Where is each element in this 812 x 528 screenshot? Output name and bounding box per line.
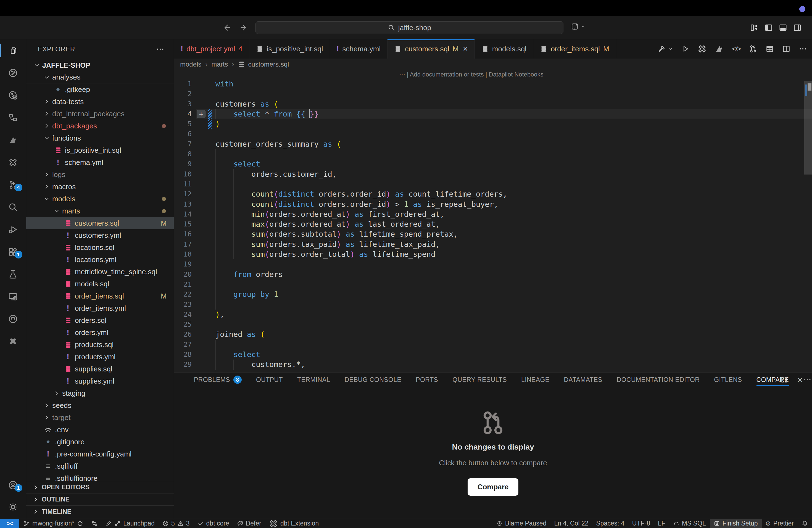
breadcrumb-folder[interactable]: marts [211,60,228,68]
code-line-22[interactable]: 22 group by 1 [174,289,812,299]
run-model-icon[interactable] [681,45,690,53]
code-line-14[interactable]: 14 min(orders.ordered_at) as first_order… [174,209,812,219]
tree-item-jaffle-shop[interactable]: JAFFLE-SHOP [26,59,174,71]
panel-tab-gitlens[interactable]: GITLENS [714,372,742,387]
activity-remote-explorer[interactable] [0,289,26,304]
back-icon[interactable] [222,24,231,32]
tree-item-is-positive-int-sql[interactable]: is_positive_int.sql [26,144,174,156]
code-line-7[interactable]: 7customer_orders_summary as ( [174,139,812,149]
compare-button[interactable]: Compare [468,478,519,496]
tab-dbt_project-yml[interactable]: !dbt_project.yml4 [174,39,249,59]
tree-item-target[interactable]: target [26,411,174,424]
code-line-5[interactable]: 5) [174,119,812,129]
status-encoding[interactable]: UTF-8 [628,519,654,528]
section-outline[interactable]: OUTLINE [26,494,174,505]
code-line-27[interactable]: 27 [174,340,812,350]
add-comment-button[interactable]: + [197,110,205,118]
sparkle-dropdown-button[interactable] [571,23,585,30]
tab-customers-sql[interactable]: customers.sqlM× [388,39,475,59]
code-line-20[interactable]: 20 from orders [174,269,812,279]
activity-lineage-alt[interactable] [0,88,26,102]
more-panel-tabs-icon[interactable] [803,376,811,384]
tree-item-customers-yml[interactable]: !customers.yml [26,229,174,241]
tree-item--sqlfluff[interactable]: ≡.sqlfluff [26,460,174,472]
tree-item-orders-sql[interactable]: orders.sql [26,314,174,326]
code-line-10[interactable]: 10 orders.customer_id, [174,169,812,179]
activity-settings[interactable] [0,500,26,514]
dbt-logo-icon[interactable] [715,44,724,53]
tree-item-models[interactable]: models [26,193,174,205]
status-defer[interactable]: Defer [233,519,265,528]
panel-tab-debug-console[interactable]: DEBUG CONSOLE [344,372,401,387]
tree-item-products-sql[interactable]: products.sql [26,339,174,351]
code-line-2[interactable]: 2 [174,89,812,99]
query-results-icon[interactable] [766,45,774,53]
close-panel-icon[interactable]: × [797,375,802,384]
tree-item-locations-yml[interactable]: !locations.yml [26,253,174,266]
inline-code-icon[interactable]: </> [732,45,741,53]
status-remote-indicator[interactable]: >< [0,519,19,528]
code-line-3[interactable]: 3customers as ( [174,99,812,109]
tree-item-metricflow-time-spine-sql[interactable]: metricflow_time_spine.sql [26,266,174,278]
toggle-sidebar-icon[interactable] [765,24,773,32]
activity-explorer[interactable] [0,43,26,58]
more-actions-icon[interactable] [799,45,807,53]
activity-accounts[interactable]: 1 [0,478,26,493]
status-git-branch[interactable]: mwong-fusion* [19,519,87,528]
chevron-down-icon[interactable] [668,46,673,52]
code-line-15[interactable]: 15 max(orders.ordered_at) as last_ordere… [174,219,812,229]
code-line-26[interactable]: 26joined as ( [174,329,812,339]
tree-item-logs[interactable]: logs [26,168,174,180]
tree-item-customers-sql[interactable]: customers.sqlM [26,217,174,229]
more-actions-icon[interactable] [156,45,164,53]
tree-item-seeds[interactable]: seeds [26,399,174,411]
tree-item-staging[interactable]: staging [26,387,174,399]
tree-item-locations-sql[interactable]: locations.sql [26,241,174,253]
activity-flowchart[interactable] [0,110,26,125]
activity-dbt[interactable] [0,133,26,147]
section-timeline[interactable]: TIMELINE [26,505,174,518]
activity-extensions[interactable]: 1 [0,245,26,259]
tree-item-order-items-yml[interactable]: !order_items.yml [26,302,174,314]
customize-layout-icon[interactable] [750,24,758,32]
code-line-11[interactable]: 11 [174,179,812,189]
toggle-panel-icon[interactable] [779,24,787,32]
code-line-19[interactable]: 19 [174,259,812,269]
code-line-8[interactable]: 8 [174,149,812,159]
panel-tab-ports[interactable]: PORTS [416,372,438,387]
status-language-mode[interactable]: MS SQL [669,519,710,528]
tree-item-marts[interactable]: marts [26,205,174,217]
breadcrumb[interactable]: models›marts›customers.sql [174,59,812,70]
activity-lineage[interactable] [0,65,26,80]
code-line-21[interactable]: 21 [174,279,812,289]
tree-item-dbt-internal-packages[interactable]: dbt_internal_packages [26,108,174,120]
tree-item--gitignore[interactable]: .gitignore [26,436,174,448]
forward-icon[interactable] [240,24,248,32]
code-line-29[interactable]: 29 customers.*, [174,360,812,369]
tree-item--env[interactable]: .env [26,424,174,436]
status-problems-summary[interactable]: 53 [159,519,193,528]
code-line-28[interactable]: 28 select [174,350,812,360]
panel-tab-documentation-editor[interactable]: DOCUMENTATION EDITOR [617,372,700,387]
code-editor[interactable]: ⋯ | Add documentation or tests | Datapil… [174,70,812,372]
activity-x-extension[interactable] [0,334,26,349]
section-open-editors[interactable]: OPEN EDITORS [26,481,174,494]
tree-item-data-tests[interactable]: data-tests [26,96,174,108]
tab-schema-yml[interactable]: !schema.yml [330,39,388,59]
tree-item-products-yml[interactable]: !products.yml [26,351,174,363]
tree-item-analyses[interactable]: analyses [26,71,174,84]
command-center-search[interactable]: jaffle-shop [256,21,563,34]
tree-item--gitkeep[interactable]: .gitkeep [26,84,174,96]
status-finish-setup[interactable]: Finish Setup [710,519,762,528]
code-line-6[interactable]: 6 [174,129,812,139]
editor-scrollbar[interactable] [804,70,812,372]
code-line-4[interactable]: 4+ select * from {{ }} [174,109,812,119]
code-line-12[interactable]: 12 count(distinct orders.order_id) as co… [174,189,812,199]
tab-order_items-sql[interactable]: order_items.sqlM [533,39,616,59]
code-line-17[interactable]: 17 sum(orders.tax_paid) as lifetime_tax_… [174,239,812,249]
split-editor-icon[interactable] [782,45,791,53]
code-line-24[interactable]: 24), [174,310,812,320]
maximize-panel-icon[interactable] [780,375,788,384]
code-line-16[interactable]: 16 sum(orders.subtotal) as lifetime_spen… [174,229,812,239]
tree-item--sqlfluffignore[interactable]: ≡.sqlfluffignore [26,472,174,481]
